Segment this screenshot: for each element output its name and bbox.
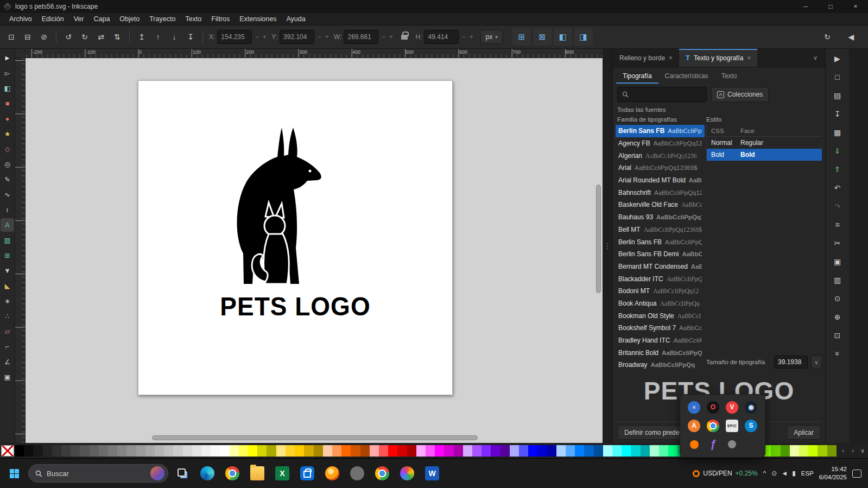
palette-scroll-right[interactable]: ›	[848, 445, 857, 456]
horizontal-scrollbar[interactable]	[152, 435, 478, 440]
shape-builder-tool[interactable]: ◧	[1, 81, 14, 95]
spin-up-button[interactable]: +	[468, 33, 474, 41]
palette-swatch[interactable]	[407, 445, 416, 457]
palette-swatch[interactable]	[584, 445, 593, 457]
palette-swatch[interactable]	[80, 445, 89, 457]
steam-tray-icon[interactable]: ◉	[745, 401, 757, 414]
orange-dot-tray-icon[interactable]	[690, 440, 699, 449]
export-icon[interactable]: ⇑	[831, 162, 845, 176]
palette-swatch[interactable]	[481, 445, 491, 457]
mesh-tool[interactable]: ⊞	[1, 249, 14, 262]
Bradley Hand ITC[interactable]: Bradley Hand ITC AaBbCcIiPp	[616, 334, 705, 347]
palette-swatch[interactable]	[575, 445, 584, 457]
Bernard MT Condensed[interactable]: Bernard MT Condensed AaBb	[616, 261, 705, 273]
vertical-scrollbar[interactable]	[596, 185, 601, 293]
palette-swatch[interactable]	[33, 445, 42, 457]
palette-swatch[interactable]	[416, 445, 426, 457]
Britannic Bold[interactable]: Britannic Bold AaBbCcIiPpQq	[616, 346, 705, 359]
font-search-input[interactable]	[617, 87, 707, 102]
document-new-icon[interactable]: □	[831, 70, 845, 84]
spiral-tool[interactable]: ◎	[1, 157, 14, 171]
palette-swatch[interactable]	[155, 445, 164, 457]
menu-item[interactable]: Filtros	[206, 13, 235, 26]
undo-icon[interactable]: ↶	[831, 181, 845, 194]
palette-swatch[interactable]	[211, 445, 220, 457]
maximize-button[interactable]: □	[818, 0, 843, 13]
font-style-item[interactable]: Bold Bold	[707, 149, 822, 161]
dog-cat-logo[interactable]	[230, 125, 344, 288]
palette-swatch[interactable]	[314, 445, 323, 457]
tab-relleno-y-borde[interactable]: Relleno y borde ×	[613, 49, 679, 67]
store-icon[interactable]	[296, 462, 318, 484]
minimize-button[interactable]: ─	[793, 0, 818, 13]
clock-icon[interactable]: ⊙	[771, 470, 777, 477]
import-icon[interactable]: ⇓	[831, 144, 845, 157]
battery-icon[interactable]: ▮	[792, 470, 796, 477]
menu-item[interactable]: Capa	[88, 13, 115, 26]
palette-swatch[interactable]	[566, 445, 575, 457]
zoom-page-icon[interactable]: ⊡	[831, 328, 845, 342]
rotate-ccw-button[interactable]: ↺	[60, 29, 77, 45]
palette-swatch[interactable]	[108, 445, 117, 457]
Blackadder ITC[interactable]: Blackadder ITC AaBbCcIiPpQq	[616, 272, 705, 285]
Arial Rounded MT Bold[interactable]: Arial Rounded MT Bold AaBb	[616, 174, 705, 187]
subtab-texto[interactable]: Texto	[715, 68, 744, 84]
palette-swatch[interactable]	[201, 445, 211, 457]
palette-swatch[interactable]	[650, 445, 659, 457]
unit-dropdown[interactable]: px ▾	[480, 30, 502, 44]
Bahnschrift[interactable]: Bahnschrift AaBbCcIiPpQq12	[616, 186, 705, 199]
field-value[interactable]: 154.235	[217, 30, 252, 44]
palette-swatch[interactable]	[267, 445, 276, 457]
palette-swatch[interactable]	[248, 445, 257, 457]
paste-icon[interactable]: ▥	[831, 273, 845, 287]
Agency FB[interactable]: Agency FB AaBbCcIiPpQq123	[616, 137, 705, 150]
select-all-layers-button[interactable]: ⊟	[20, 29, 36, 45]
palette-swatch[interactable]	[71, 445, 80, 457]
chrome-2-icon[interactable]	[371, 462, 393, 484]
menu-item[interactable]: Edición	[37, 13, 69, 26]
palette-swatch[interactable]	[668, 445, 677, 457]
opera-tray-icon[interactable]: O	[707, 401, 719, 414]
Algerian[interactable]: Algerian AaBbCcIiPpQq1236	[616, 149, 705, 162]
palette-swatch[interactable]	[52, 445, 61, 457]
star-tool[interactable]: ★	[1, 127, 14, 141]
more-commands-icon[interactable]: »	[831, 347, 844, 361]
Berlin Sans FB Demi[interactable]: Berlin Sans FB Demi AaBbCcIi	[616, 248, 705, 261]
Bodoni MT[interactable]: Bodoni MT AaBbCcIiPpQq12	[616, 285, 705, 297]
reset-toolbar-icon[interactable]: ↻	[819, 29, 835, 45]
lower-button[interactable]: ↓	[166, 29, 182, 45]
chrome-tray-icon[interactable]	[707, 420, 719, 432]
collections-button[interactable]: A Colecciones	[711, 87, 769, 102]
logo-text[interactable]: PETS LOGO	[138, 291, 452, 322]
document-page[interactable]: PETS LOGO	[138, 80, 453, 395]
gray-app-icon[interactable]	[346, 462, 368, 484]
snap-page-button[interactable]: ◨	[574, 28, 593, 46]
spin-up-button[interactable]: +	[324, 33, 330, 41]
palette-swatch[interactable]	[612, 445, 622, 457]
lock-ratio-icon[interactable]	[401, 35, 408, 40]
palette-swatch[interactable]	[90, 445, 99, 457]
palette-swatch[interactable]	[145, 445, 155, 457]
palette-swatch[interactable]	[491, 445, 500, 457]
calligraphy-tool[interactable]: ≀	[1, 203, 14, 217]
palette-swatch[interactable]	[388, 445, 397, 457]
canvas[interactable]: PETS LOGO	[26, 58, 603, 443]
palette-swatch[interactable]	[15, 445, 24, 457]
file-explorer-icon[interactable]	[246, 462, 268, 484]
layers-icon[interactable]: ≡	[831, 218, 845, 231]
palette-swatch[interactable]	[435, 445, 444, 457]
zoom-selection-icon[interactable]: ⊙	[831, 291, 845, 305]
tab-texto-y-tipografia[interactable]: T Texto y tipografía ×	[679, 49, 757, 67]
notification-center-icon[interactable]	[852, 470, 861, 478]
spin-up-button[interactable]: +	[262, 33, 267, 41]
firefox-icon[interactable]	[321, 462, 343, 484]
palette-swatch[interactable]	[622, 445, 631, 457]
menu-item[interactable]: Texto	[180, 13, 206, 26]
edge-icon[interactable]	[197, 462, 218, 484]
palette-swatch[interactable]	[99, 445, 108, 457]
menu-item[interactable]: Ver	[69, 13, 89, 26]
palette-swatch[interactable]	[183, 445, 192, 457]
spin-down-button[interactable]: −	[254, 33, 259, 41]
palette-swatch[interactable]	[136, 445, 145, 457]
zoom-drawing-icon[interactable]: ⊕	[831, 310, 845, 324]
